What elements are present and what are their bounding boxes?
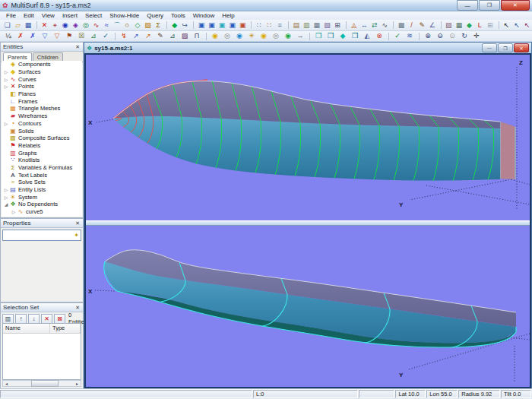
- tree-item-knotlists[interactable]: ∵Knotlists: [2, 157, 82, 164]
- scroll-thumb[interactable]: [31, 380, 59, 387]
- view-window-5-button[interactable]: ▣: [237, 20, 248, 30]
- swap-button[interactable]: ⇄: [369, 20, 380, 30]
- window-minimize-button[interactable]: —: [457, 0, 478, 11]
- menu-edit[interactable]: Edit: [20, 12, 38, 19]
- tree-item-graphs[interactable]: ▥Graphs: [2, 149, 82, 157]
- menu-file[interactable]: File: [2, 12, 20, 19]
- flag-tool-button[interactable]: ⚑: [63, 31, 75, 42]
- selection-set-close-icon[interactable]: ✕: [74, 305, 81, 311]
- align-button[interactable]: ≡: [274, 20, 285, 30]
- tree-item-contours[interactable]: ▷◔Contours: [2, 120, 82, 128]
- move-up-button[interactable]: ↑: [15, 314, 27, 324]
- angle-tool-button[interactable]: ∠: [427, 20, 438, 30]
- menu-view[interactable]: View: [38, 12, 59, 19]
- insert-bead-button[interactable]: ◉: [60, 20, 71, 30]
- tree-item-composite-surfaces[interactable]: ▩Composite Surfaces: [2, 135, 82, 142]
- pan-view-button[interactable]: ✛: [470, 31, 483, 42]
- properties-close-icon[interactable]: ✕: [74, 220, 81, 226]
- tree-item-wireframes[interactable]: ▰Wireframes: [2, 112, 82, 120]
- solid-5-button[interactable]: ◭: [361, 31, 373, 42]
- select-poly-button[interactable]: ↖: [522, 20, 532, 30]
- insert-curve-button[interactable]: ∿: [91, 20, 102, 30]
- insert-snake-button[interactable]: ≈: [101, 20, 112, 30]
- expand-arrow-system[interactable]: ▷: [3, 195, 9, 200]
- delta-tool-button[interactable]: ⊿: [87, 31, 100, 42]
- remove-button[interactable]: ✕: [41, 314, 52, 324]
- document-minimize-button[interactable]: —: [482, 43, 497, 52]
- solid-2-button[interactable]: ❒: [325, 31, 337, 42]
- expand-arrow-curves[interactable]: ▷: [3, 77, 9, 82]
- matrix-button[interactable]: ⊞: [332, 20, 343, 30]
- pin-icon[interactable]: ✦: [74, 232, 81, 239]
- expand-arrow-contours[interactable]: ▷: [3, 121, 9, 126]
- tree-item-text-labels[interactable]: AText Labels: [2, 171, 82, 179]
- insert-circle-button[interactable]: ○: [122, 20, 133, 30]
- expand-arrow-surfaces[interactable]: ▷: [3, 69, 9, 74]
- region-button[interactable]: ▩: [396, 20, 407, 30]
- list-button[interactable]: ▤: [291, 20, 302, 30]
- document-restore-button[interactable]: ❐: [498, 43, 513, 52]
- tree-item-triangle-meshes[interactable]: ▦Triangle Meshes: [2, 105, 82, 112]
- column-header-type[interactable]: Type: [50, 324, 81, 333]
- entities-close-icon[interactable]: ✕: [74, 44, 81, 50]
- horizontal-scrollbar[interactable]: ◂ ▸: [2, 380, 81, 387]
- tree-item-curves[interactable]: ▷∿Curves: [2, 75, 82, 83]
- delete-button[interactable]: ✕: [40, 20, 50, 30]
- fraction-button[interactable]: ¼: [2, 31, 14, 42]
- hide-bulb-button[interactable]: ◎: [221, 31, 233, 42]
- wave-2-button[interactable]: ≋: [404, 31, 416, 42]
- bracket-button[interactable]: ⊓: [191, 31, 203, 42]
- tree-item-frames[interactable]: ∟Frames: [2, 97, 82, 105]
- tree-item-relabels[interactable]: ⚑Relabels: [2, 142, 82, 150]
- expand-arrow-points[interactable]: ▷: [3, 84, 9, 89]
- insert-magnet-button[interactable]: ◈: [71, 20, 81, 30]
- solid-4-button[interactable]: ❒: [349, 31, 361, 42]
- tree-item-planes[interactable]: ◧Planes: [2, 90, 82, 98]
- zoom-out-button[interactable]: ⊖: [434, 31, 446, 42]
- tri-down-1-button[interactable]: ▽: [39, 31, 51, 42]
- grid-dim-button[interactable]: ⊞: [485, 20, 496, 30]
- solid-copy-button[interactable]: ❒: [312, 31, 325, 42]
- hatch-2-button[interactable]: ▨: [179, 31, 191, 42]
- insert-surface-button[interactable]: ◇: [132, 20, 143, 30]
- show-green-button[interactable]: ◉: [282, 31, 294, 42]
- slash-tool-button[interactable]: /: [407, 20, 417, 30]
- layers-button[interactable]: ▦: [312, 20, 322, 30]
- solid-delete-button[interactable]: ⊗: [373, 31, 385, 42]
- solid-3-button[interactable]: ◆: [337, 31, 349, 42]
- view-window-1-button[interactable]: ▣: [196, 20, 207, 30]
- hide-sel-button[interactable]: ◎: [270, 31, 282, 42]
- select-arrow-button[interactable]: ↖: [502, 20, 512, 30]
- show-sel-button[interactable]: ◉: [258, 31, 270, 42]
- document-title-bar[interactable]: ❖ sy15-a.ms2:1 —❐✕: [84, 43, 531, 54]
- window-close-button[interactable]: ✕: [501, 0, 530, 11]
- tree-item-system[interactable]: ▷✳System: [2, 193, 82, 201]
- show-all-button[interactable]: ✳: [245, 31, 258, 42]
- snap-grid-2-button[interactable]: ∷: [264, 20, 275, 30]
- tree-item-surfaces[interactable]: ▷◆Surfaces: [2, 68, 82, 76]
- open-folder-button[interactable]: ▱: [13, 20, 24, 30]
- pattern-button[interactable]: ▧: [322, 20, 333, 30]
- tree-item-curve5[interactable]: ▷∿curve5: [2, 208, 82, 216]
- diamond-small-button[interactable]: ◆: [464, 20, 475, 30]
- scroll-left-icon[interactable]: ◂: [3, 381, 10, 386]
- viewport-splitter[interactable]: [86, 220, 530, 226]
- remove-all-button[interactable]: ⊠: [54, 314, 65, 324]
- expand-arrow-no-dependents[interactable]: ◢: [3, 201, 9, 207]
- save-button[interactable]: ▦: [23, 20, 33, 30]
- menu-query[interactable]: Query: [143, 12, 167, 19]
- insert-point-button[interactable]: ⌖: [49, 20, 60, 30]
- viewport-top-canvas[interactable]: X Y Z: [86, 55, 530, 220]
- tree-item-no-dependents[interactable]: ◢❖No Dependents: [2, 201, 82, 208]
- document-close-button[interactable]: ✕: [514, 43, 529, 52]
- lightning-button[interactable]: ↯: [118, 31, 130, 42]
- viewport-bottom-canvas[interactable]: X Y: [86, 226, 530, 387]
- curve-tool-1-button[interactable]: ✗: [14, 31, 27, 42]
- expand-arrow-curve5[interactable]: ▷: [11, 209, 17, 214]
- measure-button[interactable]: ✓: [391, 31, 404, 42]
- insert-relabel-button[interactable]: ▧: [143, 20, 154, 30]
- redo-pointer-button[interactable]: ↪: [180, 20, 191, 30]
- arrow-ne-1-button[interactable]: ↗: [130, 31, 142, 42]
- view-window-4-button[interactable]: ▣: [227, 20, 238, 30]
- zoom-box-button[interactable]: ⊙: [446, 31, 458, 42]
